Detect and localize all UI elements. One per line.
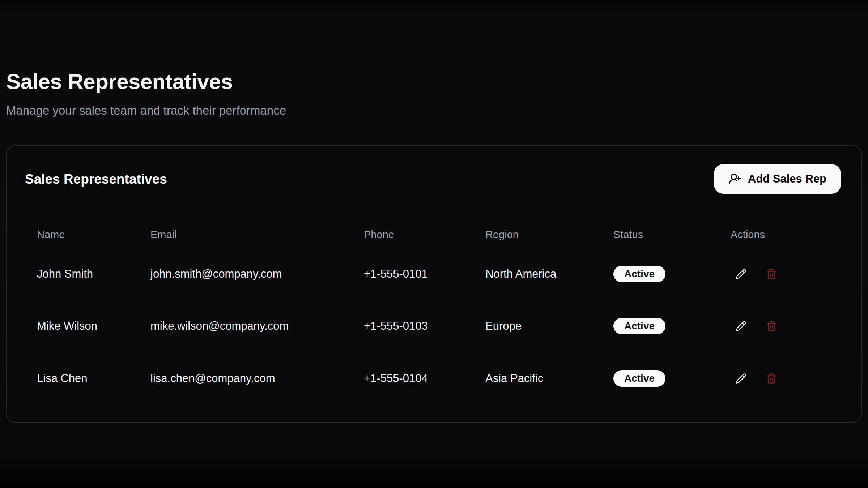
column-header-actions: Actions [719, 222, 843, 248]
cell-phone: +1-555-0101 [352, 248, 473, 300]
trash-icon [766, 268, 777, 280]
cell-region: Europe [473, 300, 601, 352]
sales-reps-table: Name Email Phone Region Status Actions J… [25, 222, 843, 404]
cell-phone: +1-555-0103 [352, 300, 473, 352]
table-row: Lisa Chen lisa.chen@company.com +1-555-0… [25, 352, 843, 404]
column-header-status: Status [601, 222, 719, 248]
column-header-name: Name [25, 222, 139, 248]
user-plus-icon [728, 172, 741, 185]
cell-name: John Smith [25, 248, 139, 300]
card-header: Sales Representatives Add Sales Rep [7, 146, 861, 187]
cell-phone: +1-555-0104 [352, 352, 473, 404]
trash-icon [766, 373, 777, 384]
cell-status: Active [601, 248, 719, 300]
page-subtitle: Manage your sales team and track their p… [6, 103, 862, 119]
cell-email: john.smith@company.com [139, 248, 352, 300]
main-content: Sales Representatives Manage your sales … [0, 0, 868, 423]
column-header-email: Email [139, 222, 352, 248]
cell-actions [719, 248, 843, 300]
column-header-region: Region [473, 222, 601, 248]
pencil-icon [736, 321, 746, 331]
cell-email: mike.wilson@company.com [139, 300, 352, 352]
add-sales-rep-button-label: Add Sales Rep [748, 172, 826, 185]
cell-name: Mike Wilson [25, 300, 139, 352]
cell-actions [719, 300, 843, 352]
cell-status: Active [601, 352, 719, 404]
cell-region: North America [473, 248, 601, 300]
table-row: Mike Wilson mike.wilson@company.com +1-5… [25, 300, 843, 352]
delete-button[interactable] [764, 318, 779, 334]
edit-button[interactable] [733, 318, 749, 334]
cell-actions [719, 352, 843, 404]
edit-button[interactable] [733, 371, 749, 386]
delete-button[interactable] [764, 371, 779, 386]
sales-reps-card: Sales Representatives Add Sales Rep [6, 145, 862, 423]
pencil-icon [736, 373, 746, 384]
pencil-icon [736, 269, 746, 279]
status-badge: Active [613, 318, 665, 334]
cell-name: Lisa Chen [25, 352, 139, 404]
column-header-phone: Phone [352, 222, 473, 248]
status-badge: Active [613, 266, 665, 282]
cell-region: Asia Pacific [473, 352, 601, 404]
cell-status: Active [601, 300, 719, 352]
delete-button[interactable] [764, 266, 779, 282]
page-title: Sales Representatives [6, 69, 862, 95]
table-row: John Smith john.smith@company.com +1-555… [25, 248, 843, 300]
table-header-row: Name Email Phone Region Status Actions [25, 222, 843, 248]
trash-icon [766, 320, 777, 332]
add-sales-rep-button[interactable]: Add Sales Rep [714, 164, 841, 194]
screen: Sales Representatives Manage your sales … [0, 0, 868, 488]
cell-email: lisa.chen@company.com [139, 352, 352, 404]
edit-button[interactable] [733, 266, 749, 282]
status-badge: Active [613, 370, 665, 387]
